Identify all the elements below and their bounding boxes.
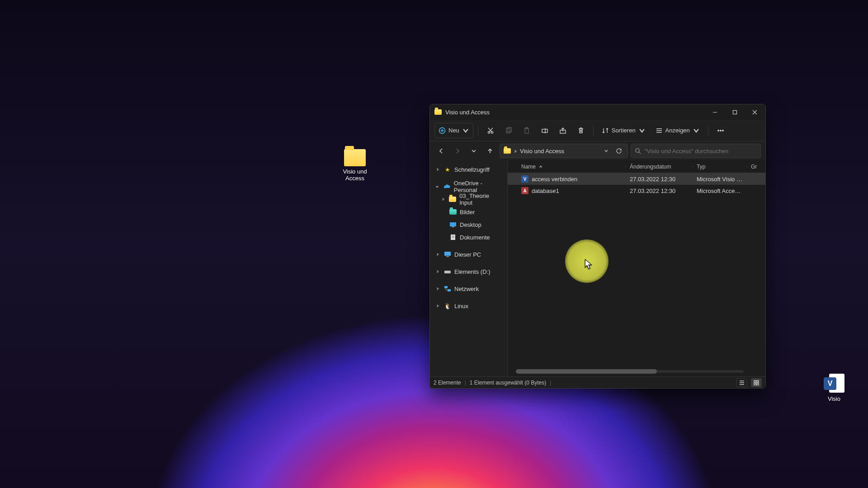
share-button[interactable] [555, 123, 571, 138]
file-date: 27.03.2022 12:30 [626, 188, 693, 194]
view-button[interactable]: Anzeigen [652, 123, 703, 138]
file-list[interactable]: Vaccess verbinden27.03.2022 12:30Microso… [508, 173, 765, 376]
cloud-icon [443, 184, 451, 189]
file-type: Microsoft Visio Dr... [693, 176, 747, 183]
breadcrumb[interactable]: Visio und Access [520, 148, 564, 155]
more-button[interactable] [713, 123, 728, 138]
tree-item[interactable]: Bilder [432, 206, 505, 218]
tree-label: Schnellzugriff [454, 166, 490, 173]
view-label: Anzeigen [665, 127, 690, 134]
status-bar: 2 Elemente | 1 Element ausgewählt (0 Byt… [430, 376, 765, 388]
tree-label: Dokumente [460, 234, 490, 241]
titlebar[interactable]: Visio und Access [430, 104, 765, 120]
pc-icon [443, 251, 452, 258]
new-button[interactable]: Neu [434, 123, 473, 138]
svg-rect-21 [444, 286, 448, 288]
visio-icon: V [824, 373, 844, 394]
folder-icon [449, 197, 456, 202]
chevron-right-icon[interactable] [434, 270, 441, 273]
search-input[interactable] [645, 148, 757, 155]
document-icon [449, 234, 457, 240]
desktop-folder-visio-access[interactable]: Visio und Access [335, 149, 375, 182]
search-box[interactable] [631, 144, 761, 158]
svg-point-10 [718, 130, 719, 131]
desktop-app-visio[interactable]: V Visio [814, 373, 854, 402]
status-count: 2 Elemente [434, 380, 461, 386]
file-type-icon: A [521, 187, 528, 194]
back-button[interactable] [434, 144, 448, 158]
tree-item[interactable]: Dokumente [432, 231, 505, 244]
file-type: Microsoft Access ... [693, 188, 747, 194]
address-bar[interactable]: Visio und Access [500, 144, 628, 158]
paste-button[interactable] [519, 123, 534, 138]
cut-button[interactable] [483, 123, 498, 138]
svg-rect-24 [757, 380, 759, 382]
desktop-icon [449, 222, 457, 227]
maximize-button[interactable] [725, 104, 745, 120]
svg-rect-0 [733, 110, 736, 114]
up-button[interactable] [483, 144, 497, 158]
chevron-right-icon[interactable] [434, 168, 441, 171]
folder-icon [434, 109, 442, 115]
delete-button[interactable] [573, 123, 589, 138]
svg-rect-17 [444, 252, 451, 256]
new-label: Neu [448, 127, 459, 134]
copy-button[interactable] [501, 123, 516, 138]
folder-icon [344, 149, 366, 166]
folder-icon [449, 209, 457, 215]
tree-label: Desktop [460, 221, 481, 228]
star-icon: ★ [443, 166, 452, 173]
navigation-pane[interactable]: ★ Schnellzugriff OneDrive - Personal 03_… [430, 160, 508, 376]
search-icon [635, 148, 641, 154]
chevron-right-icon[interactable] [434, 253, 441, 256]
tree-onedrive[interactable]: OneDrive - Personal [432, 180, 505, 193]
details-view-button[interactable] [736, 378, 747, 387]
column-type[interactable]: Typ [693, 164, 747, 170]
horizontal-scrollbar[interactable] [516, 370, 744, 373]
forward-button[interactable] [451, 144, 464, 158]
column-size[interactable]: Gr [747, 164, 765, 170]
chevron-right-icon[interactable] [434, 304, 441, 308]
tree-item[interactable]: 03_Theorie Input [432, 193, 505, 206]
tree-quick-access[interactable]: ★ Schnellzugriff [432, 163, 505, 176]
svg-point-12 [722, 130, 723, 131]
icons-view-button[interactable] [751, 378, 762, 387]
file-name: access verbinden [532, 176, 577, 183]
desktop-icon-label: Visio und Access [335, 168, 375, 182]
sort-asc-icon [539, 164, 542, 170]
minimize-button[interactable] [705, 104, 725, 120]
file-row[interactable]: Vaccess verbinden27.03.2022 12:30Microso… [508, 173, 765, 185]
tree-label: Dieser PC [454, 251, 481, 258]
sort-button[interactable]: Sortieren [598, 123, 649, 138]
tree-item[interactable]: Desktop [432, 218, 505, 231]
column-name[interactable]: Name [518, 164, 626, 170]
files-pane: Name Änderungsdatum Typ Gr Vaccess verbi… [508, 160, 765, 376]
file-explorer-window: Visio und Access Neu Sortieren [429, 104, 766, 389]
file-type-icon: V [521, 175, 528, 183]
folder-icon [504, 148, 511, 154]
chevron-right-icon[interactable] [440, 197, 446, 201]
tree-label: OneDrive - Personal [454, 180, 503, 193]
tree-network[interactable]: Netzwerk [432, 282, 505, 295]
svg-rect-18 [446, 256, 449, 257]
rename-button[interactable] [537, 123, 552, 138]
tree-label: Elements (D:) [454, 268, 490, 275]
column-date[interactable]: Änderungsdatum [626, 164, 693, 170]
chevron-right-icon[interactable] [434, 287, 441, 291]
svg-rect-8 [542, 129, 547, 132]
status-selection: 1 Element ausgewählt (0 Bytes) [470, 380, 546, 386]
refresh-button[interactable] [614, 148, 624, 154]
svg-rect-16 [451, 235, 455, 240]
tree-this-pc[interactable]: Dieser PC [432, 248, 505, 261]
address-dropdown[interactable] [601, 149, 611, 153]
chevron-down-icon[interactable] [434, 185, 440, 188]
tree-linux[interactable]: 🐧 Linux [432, 300, 505, 312]
recent-button[interactable] [467, 144, 481, 158]
close-button[interactable] [745, 104, 764, 120]
tree-label: 03_Theorie Input [459, 192, 503, 206]
chevron-right-icon [514, 148, 517, 155]
file-name: database1 [532, 188, 559, 194]
sort-label: Sortieren [612, 127, 636, 134]
tree-drive[interactable]: Elements (D:) [432, 265, 505, 278]
file-row[interactable]: Adatabase127.03.2022 12:30Microsoft Acce… [508, 185, 765, 197]
